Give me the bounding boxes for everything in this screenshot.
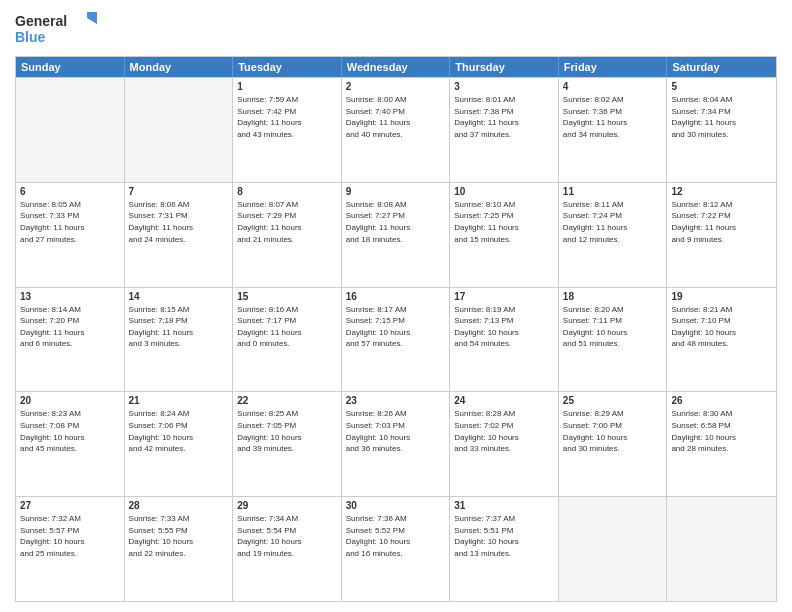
cell-line: Sunset: 7:05 PM xyxy=(237,420,337,432)
logo: GeneralBlue xyxy=(15,10,105,48)
cell-line: and 13 minutes. xyxy=(454,548,554,560)
cell-line: and 33 minutes. xyxy=(454,443,554,455)
cell-line: Sunrise: 8:25 AM xyxy=(237,408,337,420)
cell-line: and 3 minutes. xyxy=(129,338,229,350)
cell-line: Sunrise: 8:15 AM xyxy=(129,304,229,316)
day-number: 30 xyxy=(346,500,446,511)
calendar-cell: 10Sunrise: 8:10 AMSunset: 7:25 PMDayligh… xyxy=(450,183,559,287)
cell-line: and 39 minutes. xyxy=(237,443,337,455)
calendar-cell xyxy=(559,497,668,601)
day-number: 5 xyxy=(671,81,772,92)
cell-line: Sunrise: 8:07 AM xyxy=(237,199,337,211)
cell-line: and 15 minutes. xyxy=(454,234,554,246)
cell-line: and 9 minutes. xyxy=(671,234,772,246)
cell-line: Daylight: 11 hours xyxy=(237,222,337,234)
cell-line: Daylight: 10 hours xyxy=(454,536,554,548)
calendar-cell: 17Sunrise: 8:19 AMSunset: 7:13 PMDayligh… xyxy=(450,288,559,392)
cell-line: Sunset: 7:15 PM xyxy=(346,315,446,327)
page: GeneralBlue SundayMondayTuesdayWednesday… xyxy=(0,0,792,612)
cell-line: Daylight: 11 hours xyxy=(237,117,337,129)
cell-line: Sunrise: 8:19 AM xyxy=(454,304,554,316)
cell-line: and 27 minutes. xyxy=(20,234,120,246)
cell-line: Sunrise: 8:14 AM xyxy=(20,304,120,316)
cell-line: Sunrise: 8:28 AM xyxy=(454,408,554,420)
cell-line: Daylight: 10 hours xyxy=(129,536,229,548)
cell-line: Sunset: 7:02 PM xyxy=(454,420,554,432)
cell-line: Sunrise: 8:02 AM xyxy=(563,94,663,106)
cell-line: Sunset: 7:24 PM xyxy=(563,210,663,222)
cell-line: Sunset: 7:25 PM xyxy=(454,210,554,222)
cell-line: Sunrise: 8:17 AM xyxy=(346,304,446,316)
cell-line: Sunset: 7:33 PM xyxy=(20,210,120,222)
day-number: 9 xyxy=(346,186,446,197)
day-number: 27 xyxy=(20,500,120,511)
cell-line: Sunset: 7:08 PM xyxy=(20,420,120,432)
cell-line: Sunset: 7:18 PM xyxy=(129,315,229,327)
cell-line: Daylight: 11 hours xyxy=(129,222,229,234)
cell-line: and 57 minutes. xyxy=(346,338,446,350)
cell-line: and 6 minutes. xyxy=(20,338,120,350)
cell-line: and 40 minutes. xyxy=(346,129,446,141)
cell-line: Daylight: 11 hours xyxy=(346,222,446,234)
header-cell-sunday: Sunday xyxy=(16,57,125,77)
cell-line: and 51 minutes. xyxy=(563,338,663,350)
cell-line: Sunset: 6:58 PM xyxy=(671,420,772,432)
cell-line: Daylight: 11 hours xyxy=(671,117,772,129)
day-number: 12 xyxy=(671,186,772,197)
calendar-row: 20Sunrise: 8:23 AMSunset: 7:08 PMDayligh… xyxy=(16,391,776,496)
cell-line: Sunset: 7:00 PM xyxy=(563,420,663,432)
day-number: 26 xyxy=(671,395,772,406)
cell-line: Daylight: 11 hours xyxy=(346,117,446,129)
day-number: 15 xyxy=(237,291,337,302)
cell-line: Sunrise: 8:24 AM xyxy=(129,408,229,420)
calendar-cell: 14Sunrise: 8:15 AMSunset: 7:18 PMDayligh… xyxy=(125,288,234,392)
cell-line: Sunrise: 8:10 AM xyxy=(454,199,554,211)
day-number: 2 xyxy=(346,81,446,92)
calendar-cell: 15Sunrise: 8:16 AMSunset: 7:17 PMDayligh… xyxy=(233,288,342,392)
cell-line: and 28 minutes. xyxy=(671,443,772,455)
cell-line: Sunrise: 8:21 AM xyxy=(671,304,772,316)
cell-line: Sunrise: 8:29 AM xyxy=(563,408,663,420)
cell-line: Sunrise: 7:33 AM xyxy=(129,513,229,525)
cell-line: Sunrise: 8:30 AM xyxy=(671,408,772,420)
header-cell-friday: Friday xyxy=(559,57,668,77)
cell-line: and 0 minutes. xyxy=(237,338,337,350)
calendar-cell: 29Sunrise: 7:34 AMSunset: 5:54 PMDayligh… xyxy=(233,497,342,601)
cell-line: and 37 minutes. xyxy=(454,129,554,141)
calendar-cell: 24Sunrise: 8:28 AMSunset: 7:02 PMDayligh… xyxy=(450,392,559,496)
day-number: 23 xyxy=(346,395,446,406)
cell-line: Sunset: 7:17 PM xyxy=(237,315,337,327)
cell-line: Sunset: 5:52 PM xyxy=(346,525,446,537)
cell-line: Daylight: 10 hours xyxy=(454,327,554,339)
day-number: 31 xyxy=(454,500,554,511)
header-cell-tuesday: Tuesday xyxy=(233,57,342,77)
cell-line: and 30 minutes. xyxy=(563,443,663,455)
header: GeneralBlue xyxy=(15,10,777,48)
calendar-cell: 3Sunrise: 8:01 AMSunset: 7:38 PMDaylight… xyxy=(450,78,559,182)
cell-line: Sunrise: 7:37 AM xyxy=(454,513,554,525)
cell-line: Sunset: 5:55 PM xyxy=(129,525,229,537)
cell-line: Sunset: 7:38 PM xyxy=(454,106,554,118)
cell-line: Daylight: 11 hours xyxy=(237,327,337,339)
cell-line: Sunset: 7:10 PM xyxy=(671,315,772,327)
day-number: 11 xyxy=(563,186,663,197)
cell-line: Sunrise: 7:36 AM xyxy=(346,513,446,525)
cell-line: Sunset: 7:36 PM xyxy=(563,106,663,118)
day-number: 21 xyxy=(129,395,229,406)
cell-line: Sunrise: 8:23 AM xyxy=(20,408,120,420)
cell-line: and 36 minutes. xyxy=(346,443,446,455)
day-number: 10 xyxy=(454,186,554,197)
calendar-cell: 12Sunrise: 8:12 AMSunset: 7:22 PMDayligh… xyxy=(667,183,776,287)
day-number: 20 xyxy=(20,395,120,406)
calendar: SundayMondayTuesdayWednesdayThursdayFrid… xyxy=(15,56,777,602)
day-number: 8 xyxy=(237,186,337,197)
cell-line: Sunrise: 8:20 AM xyxy=(563,304,663,316)
cell-line: Sunset: 5:57 PM xyxy=(20,525,120,537)
day-number: 1 xyxy=(237,81,337,92)
day-number: 13 xyxy=(20,291,120,302)
day-number: 25 xyxy=(563,395,663,406)
cell-line: Daylight: 11 hours xyxy=(20,327,120,339)
cell-line: and 16 minutes. xyxy=(346,548,446,560)
cell-line: and 25 minutes. xyxy=(20,548,120,560)
cell-line: Sunset: 7:22 PM xyxy=(671,210,772,222)
